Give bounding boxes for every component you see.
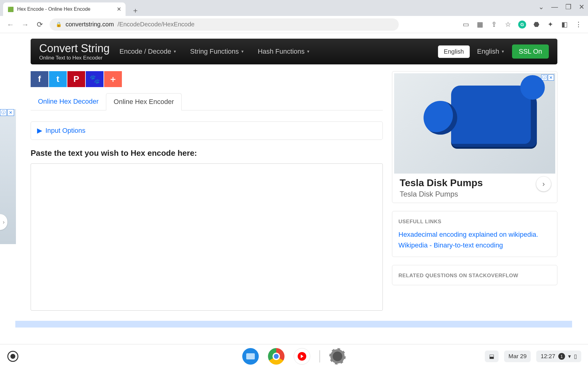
date-text: Mar 29 — [508, 353, 526, 360]
caret-icon: ▼ — [501, 49, 505, 54]
date-pill[interactable]: Mar 29 — [504, 351, 531, 362]
brand-title: Convert String — [39, 42, 110, 55]
share-facebook[interactable]: f — [31, 71, 48, 87]
tab-bar: 🟩 Hex Encode - Online Hex Encode ✕ ＋ ⌄ —… — [0, 0, 588, 16]
settings-app-icon[interactable] — [329, 348, 346, 365]
qr-icon[interactable]: ▦ — [476, 21, 484, 29]
share-pinterest[interactable]: P — [67, 71, 85, 87]
tab-encoder[interactable]: Online Hex Encoder — [106, 93, 182, 110]
left-ad-controls: ⓘ ✕ — [0, 109, 14, 116]
caret-icon: ▼ — [241, 49, 244, 54]
time-text: 12:27 — [541, 353, 555, 360]
nav-hash-functions[interactable]: Hash Functions▼ — [258, 48, 310, 56]
brave-icon[interactable]: ⬣ — [532, 21, 540, 29]
useful-link-2[interactable]: Wikipedia - Binary-to-text encoding — [398, 240, 551, 251]
stack-heading: RELATED QUESTIONS ON STACKOVERFLOW — [398, 273, 551, 279]
ad-title: Tesla Disk Pumps — [400, 177, 550, 189]
share-baidu[interactable]: 🐾 — [86, 71, 104, 87]
shelf: ⬓ Mar 29 12:27 1 ▾ ▯ — [0, 344, 588, 368]
tab-decoder[interactable]: Online Hex Decoder — [31, 93, 106, 110]
page-tabs: Online Hex Decoder Online Hex Encoder — [31, 93, 383, 110]
browser-tab[interactable]: 🟩 Hex Encode - Online Hex Encode ✕ — [3, 2, 126, 16]
side-column: ⓘ ✕ Tesla Disk Pumps Tesla Disk Pumps › … — [392, 71, 557, 312]
star-icon[interactable]: ☆ — [504, 21, 512, 29]
close-window-icon[interactable]: ✕ — [579, 3, 584, 11]
useful-links-box: USEFULL LINKS Hexadecimal encoding expla… — [392, 211, 557, 257]
status-pill[interactable]: 12:27 1 ▾ ▯ — [536, 351, 581, 362]
back-button[interactable]: ← — [6, 20, 15, 29]
wifi-icon: ▾ — [568, 353, 571, 360]
extensions-icon[interactable]: ✦ — [546, 21, 554, 29]
nav-label: Encode / Decode — [119, 48, 171, 56]
share-icon[interactable]: ⇪ — [490, 21, 498, 29]
useful-heading: USEFULL LINKS — [398, 219, 551, 225]
holding-space-icon[interactable]: ⬓ — [485, 351, 499, 362]
favicon-icon: 🟩 — [7, 6, 14, 13]
main-column: f t P 🐾 ＋ Online Hex Decoder Online Hex … — [31, 71, 383, 312]
ad-arrow-button[interactable]: › — [536, 177, 551, 191]
new-tab-button[interactable]: ＋ — [130, 5, 141, 16]
language-button[interactable]: English — [438, 45, 470, 58]
prompt-heading: Paste the text you wish to Hex encode he… — [31, 148, 383, 158]
useful-link-1[interactable]: Hexadecimal encoding explained on wikipe… — [398, 229, 551, 240]
url-domain: convertstring.com — [66, 21, 114, 28]
forward-button[interactable]: → — [20, 20, 30, 29]
files-app-icon[interactable] — [242, 348, 259, 365]
omnibox[interactable]: 🔒 convertstring.com/EncodeDecode/HexEnco… — [50, 18, 399, 31]
shelf-separator — [319, 350, 320, 362]
ad-text: Tesla Disk Pumps Tesla Disk Pumps › — [394, 174, 555, 201]
tab-title: Hex Encode - Online Hex Encode — [17, 6, 114, 12]
ad-close-icon[interactable]: ✕ — [548, 75, 554, 81]
brand-subtitle: Online Text to Hex Encoder — [39, 55, 110, 61]
stackoverflow-box: RELATED QUESTIONS ON STACKOVERFLOW — [392, 265, 557, 285]
address-bar: ← → ⟳ 🔒 convertstring.com/EncodeDecode/H… — [0, 16, 588, 33]
close-tab-icon[interactable]: ✕ — [117, 6, 121, 13]
ad-controls: ⓘ ✕ — [541, 75, 554, 81]
ad-image: ⓘ ✕ — [394, 73, 555, 174]
selection-highlight — [15, 321, 572, 328]
status-area: ⬓ Mar 29 12:27 1 ▾ ▯ — [485, 351, 581, 362]
shelf-apps — [242, 348, 346, 365]
share-more[interactable]: ＋ — [104, 71, 122, 87]
ssl-button[interactable]: SSL On — [512, 44, 549, 59]
sidepanel-icon[interactable]: ◧ — [560, 21, 568, 29]
battery-icon: ▯ — [574, 353, 577, 360]
reload-button[interactable]: ⟳ — [35, 20, 45, 29]
sidebar-ad[interactable]: ⓘ ✕ Tesla Disk Pumps Tesla Disk Pumps › — [392, 71, 557, 203]
notification-badge: 1 — [558, 353, 565, 360]
triangle-right-icon: ▶ — [37, 127, 42, 134]
caret-icon: ▼ — [307, 49, 310, 54]
encode-textarea[interactable] — [31, 163, 383, 311]
menu-icon[interactable]: ⋮ — [575, 21, 582, 29]
nav-encode-decode[interactable]: Encode / Decode▼ — [119, 48, 177, 56]
chrome-app-icon[interactable] — [268, 348, 285, 365]
nav-label: String Functions — [190, 48, 239, 56]
grammarly-icon[interactable]: G — [518, 21, 526, 29]
ad-subtitle: Tesla Disk Pumps — [400, 190, 550, 198]
share-row: f t P 🐾 ＋ — [31, 71, 383, 87]
brand[interactable]: Convert String Online Text to Hex Encode… — [39, 42, 110, 61]
page-content: ⓘ ✕ › Convert String Online Text to Hex … — [0, 33, 588, 328]
site-navbar: Convert String Online Text to Hex Encode… — [31, 39, 557, 64]
input-options-toggle[interactable]: ▶ Input Options — [31, 121, 383, 140]
lock-icon: 🔒 — [56, 21, 62, 27]
nav-string-functions[interactable]: String Functions▼ — [190, 48, 244, 56]
lang-label: English — [477, 48, 499, 56]
youtube-music-icon[interactable] — [294, 348, 310, 365]
extension-icons: ▭ ▦ ⇪ ☆ G ⬣ ✦ ◧ ⋮ — [462, 21, 582, 29]
share-twitter[interactable]: t — [49, 71, 67, 87]
launcher-button[interactable] — [7, 351, 18, 362]
caret-icon: ▼ — [173, 49, 177, 54]
language-dropdown[interactable]: English▼ — [477, 48, 505, 56]
pump-graphic — [451, 86, 537, 147]
ad-info-icon[interactable]: ⓘ — [0, 109, 7, 116]
ad-close-icon[interactable]: ✕ — [7, 109, 14, 116]
restore-icon[interactable]: ❐ — [565, 3, 571, 11]
nav-right: English English▼ SSL On — [438, 44, 549, 59]
minimize-icon[interactable]: — — [551, 3, 558, 11]
chevron-down-icon[interactable]: ⌄ — [538, 3, 544, 11]
nav-label: Hash Functions — [258, 48, 305, 56]
url-path: /EncodeDecode/HexEncode — [118, 21, 194, 28]
cast-icon[interactable]: ▭ — [462, 21, 470, 29]
browser-chrome: 🟩 Hex Encode - Online Hex Encode ✕ ＋ ⌄ —… — [0, 0, 588, 33]
